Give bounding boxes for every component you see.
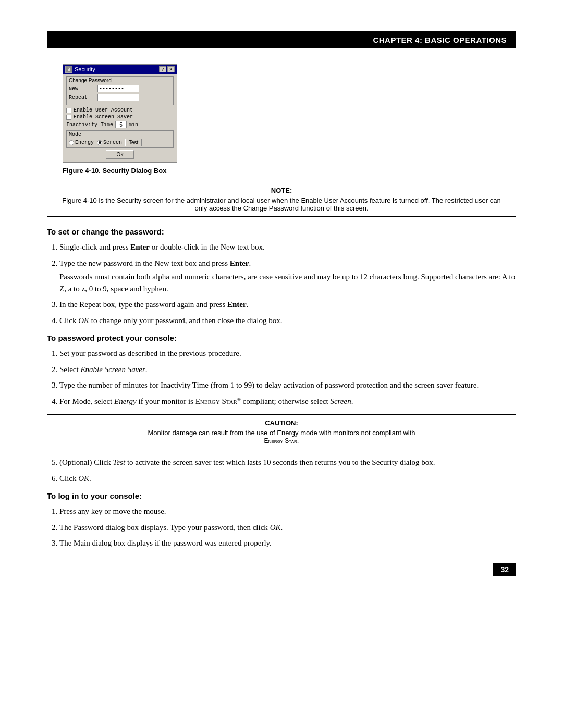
- dialog-body: Change Password New Repeat Enable User A…: [63, 74, 177, 162]
- dialog-title-area: 🖥 Security: [65, 66, 95, 73]
- caution-text: Monitor damage can result from the use o…: [55, 429, 508, 445]
- energy-radio-item: Energy: [69, 140, 94, 145]
- close-button[interactable]: ✕: [167, 66, 175, 72]
- inactivity-label: Inactivity Time: [66, 122, 113, 128]
- repeat-input[interactable]: [97, 94, 139, 101]
- dialog-figure: 🖥 Security ? ✕ Change Password New: [63, 64, 516, 163]
- new-input[interactable]: [97, 85, 139, 92]
- list-item: For Mode, select Energy if your monitor …: [59, 396, 516, 408]
- energy-radio[interactable]: [69, 140, 74, 145]
- inactivity-row: Inactivity Time min: [66, 121, 174, 128]
- dialog-icon: 🖥: [65, 66, 72, 73]
- section2-continued-list: (Optional) Click Test to activate the sc…: [59, 456, 516, 484]
- list-item: (Optional) Click Test to activate the sc…: [59, 456, 516, 468]
- enable-user-account-label: Enable User Account: [74, 107, 133, 113]
- list-item: Type the new password in the New text bo…: [59, 257, 516, 295]
- test-button[interactable]: Test: [125, 139, 142, 146]
- section2-heading: To password protect your console:: [47, 334, 516, 342]
- list-item: Press any key or move the mouse.: [59, 505, 516, 517]
- enable-screen-saver-label: Enable Screen Saver: [74, 114, 133, 120]
- screen-radio[interactable]: [97, 140, 102, 145]
- section2-list: Set your password as described in the pr…: [59, 348, 516, 407]
- figure-caption-text: Figure 4-10. Security Dialog Box: [63, 167, 166, 175]
- page-number: 32: [493, 563, 516, 576]
- caution-box: CAUTION: Monitor damage can result from …: [47, 414, 516, 449]
- list-item: Select Enable Screen Saver.: [59, 364, 516, 376]
- dialog-buttons: ? ✕: [159, 66, 175, 72]
- ok-button[interactable]: Ok: [106, 150, 134, 159]
- caution-title: CAUTION:: [55, 419, 508, 427]
- new-label: New: [69, 86, 97, 92]
- help-button[interactable]: ?: [159, 66, 166, 72]
- screen-label: Screen: [103, 140, 122, 145]
- chapter-header: CHAPTER 4: BASIC OPERATIONS: [47, 31, 516, 48]
- ok-row: Ok: [66, 150, 174, 159]
- caution-smallcaps: Energy Star: [264, 437, 297, 445]
- screen-radio-item: Screen: [97, 140, 122, 145]
- list-item: The Main dialog box displays if the pass…: [59, 537, 516, 549]
- page-number-bar: 32: [47, 560, 516, 576]
- note-box: NOTE: Figure 4-10 is the Security screen…: [47, 182, 516, 217]
- mode-group: Mode Energy Screen Test: [66, 130, 174, 148]
- list-item: In the Repeat box, type the password aga…: [59, 299, 516, 311]
- section1-heading: To set or change the password:: [47, 227, 516, 236]
- list-item: Single-click and press Enter or double-c…: [59, 241, 516, 253]
- repeat-row: Repeat: [69, 94, 171, 101]
- list-item: Type the number of minutes for Inactivit…: [59, 379, 516, 391]
- list-item: Click OK.: [59, 473, 516, 485]
- section1-list: Single-click and press Enter or double-c…: [59, 241, 516, 326]
- enable-screen-saver-checkbox[interactable]: [66, 115, 71, 120]
- section3-heading: To log in to your console:: [47, 491, 516, 500]
- inactivity-unit: min: [129, 122, 138, 128]
- enable-screen-saver-row: Enable Screen Saver: [66, 114, 174, 120]
- mode-label: Mode: [69, 132, 171, 138]
- dialog-title-text: Security: [75, 66, 95, 72]
- energy-label: Energy: [75, 140, 94, 145]
- mode-row: Energy Screen Test: [69, 139, 171, 146]
- repeat-label: Repeat: [69, 95, 97, 101]
- figure-caption: Figure 4-10. Security Dialog Box: [63, 167, 516, 175]
- list-item: Set your password as described in the pr…: [59, 348, 516, 360]
- section3-list: Press any key or move the mouse. The Pas…: [59, 505, 516, 549]
- enable-user-account-row: Enable User Account: [66, 107, 174, 113]
- dialog-titlebar: 🖥 Security ? ✕: [63, 65, 177, 74]
- change-password-group: Change Password New Repeat: [66, 76, 174, 105]
- note-text: Figure 4-10 is the Security screen for t…: [55, 196, 508, 212]
- inactivity-input[interactable]: [115, 121, 127, 128]
- security-dialog: 🖥 Security ? ✕ Change Password New: [63, 64, 177, 163]
- list-item: Click OK to change only your password, a…: [59, 315, 516, 327]
- enable-user-account-checkbox[interactable]: [66, 108, 71, 113]
- change-password-label: Change Password: [69, 78, 171, 83]
- note-title: NOTE:: [55, 187, 508, 194]
- list-item: The Password dialog box displays. Type y…: [59, 522, 516, 534]
- new-row: New: [69, 85, 171, 92]
